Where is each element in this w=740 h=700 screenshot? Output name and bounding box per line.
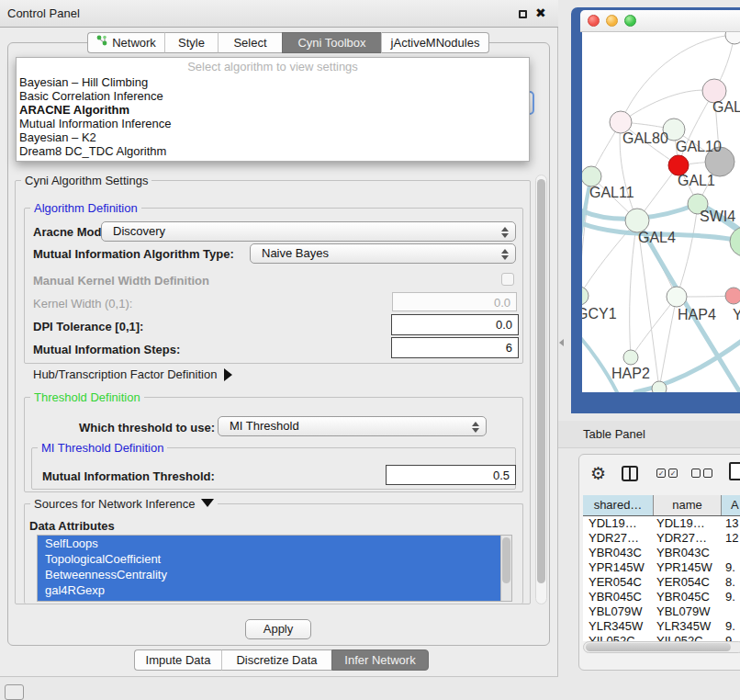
mi-type-select[interactable]: Naive Bayes [250, 243, 516, 264]
network-node-labels: GALGAL80GAL10GAL1GAL11SWI4GAL4GCY1HAP4YH… [582, 99, 740, 381]
minimize-traffic-light-icon[interactable] [606, 15, 618, 27]
manual-kernel-checkbox[interactable] [501, 273, 514, 286]
stepper-arrows-icon [501, 226, 508, 239]
algorithm-option[interactable]: Basic Correlation Inference [17, 89, 529, 103]
tab-infer-network[interactable]: Infer Network [331, 649, 429, 671]
tab-style[interactable]: Style [164, 32, 218, 53]
table-cell: 9. [722, 560, 740, 575]
column-header-name[interactable]: name [654, 495, 722, 515]
settings-scrollbar[interactable] [535, 175, 547, 604]
manual-kernel-label: Manual Kernel Width Definition [33, 274, 209, 288]
network-node[interactable] [652, 381, 667, 392]
data-attributes-list[interactable]: SelfLoopsTopologicalCoefficientBetweenne… [37, 535, 512, 602]
column-header-shared…[interactable]: shared… [583, 495, 654, 515]
which-threshold-select[interactable]: MI Threshold [218, 416, 487, 436]
table-cell: YLR345W [654, 619, 722, 634]
apply-button[interactable]: Apply [245, 619, 311, 639]
algorithm-option[interactable]: Bayesian – K2 [17, 130, 529, 144]
select-all-icon[interactable]: ✓ [656, 469, 666, 478]
node-label: GAL4 [638, 230, 676, 245]
table-row[interactable]: YBR045CYBR045C9. [583, 590, 740, 604]
column-header-A[interactable]: A [722, 495, 740, 515]
deselect-all-icon[interactable] [691, 469, 701, 478]
tab-discretize-data[interactable]: Discretize Data [221, 649, 331, 671]
collapsed-panel-icon[interactable] [5, 684, 24, 700]
table-cell: 9 [722, 634, 740, 641]
algorithm-option[interactable]: Bayesian – Hill Climbing [17, 75, 529, 89]
attribute-list-item[interactable]: TopologicalCoefficient [38, 551, 501, 567]
cyni-bottom-tabbar: Impute DataDiscretize DataInfer Network [134, 649, 429, 671]
node-label: GAL1 [678, 173, 715, 188]
tab-network[interactable]: Network [87, 32, 164, 53]
panel-divider-handle[interactable] [559, 339, 564, 346]
table-cell: YER054C [654, 575, 722, 590]
deselect-all-icon[interactable] [703, 469, 712, 478]
tab-jactivemnodules[interactable]: jActiveMNodules [381, 32, 489, 53]
dpi-tolerance-field[interactable]: 0.0 [391, 314, 519, 335]
dpi-tolerance-label: DPI Tolerance [0,1]: [33, 320, 143, 333]
tab-label: Network [112, 33, 156, 52]
panel-title: Control Panel [7, 0, 80, 28]
attribute-list-item[interactable]: gal4RGexp [38, 582, 501, 598]
network-node[interactable] [725, 32, 740, 44]
network-canvas[interactable]: GALGAL80GAL10GAL1GAL11SWI4GAL4GCY1HAP4YH… [582, 32, 740, 392]
network-node-hap2[interactable] [623, 350, 638, 365]
threshold-definition-title: Threshold Definition [30, 390, 144, 404]
network-node-gal11[interactable] [582, 166, 601, 186]
node-label: GAL [712, 99, 740, 115]
sources-collapser[interactable]: Sources for Network Inference [30, 497, 218, 511]
table-row[interactable]: YBR043CYBR043C [583, 546, 740, 560]
close-icon[interactable]: ✖ [535, 6, 546, 20]
table-row[interactable]: YIL052CYIL052C9 [583, 634, 740, 641]
table-hscrollbar-thumb[interactable] [586, 643, 731, 651]
kernel-width-field[interactable]: 0.0 [392, 292, 517, 311]
collapse-down-icon [201, 499, 214, 507]
close-traffic-light-icon[interactable] [588, 15, 600, 27]
mi-threshold-label: Mutual Information Threshold: [42, 469, 215, 483]
mi-steps-field[interactable]: 6 [391, 337, 519, 358]
control-panel-titlebar: Control Panel ✖ [0, 0, 558, 28]
gear-icon[interactable]: ⚙ [590, 463, 606, 484]
network-node-gcy1[interactable] [582, 287, 589, 305]
network-node-hap4[interactable] [667, 287, 687, 307]
table-row[interactable]: YLR345WYLR345W9. [583, 619, 740, 634]
table-row[interactable]: YER054CYER054C8. [583, 575, 740, 590]
tab-impute-data[interactable]: Impute Data [134, 649, 221, 671]
table-body: YDL19…YDL19…13YDR27…YDR27…12YBR043CYBR04… [583, 516, 740, 641]
hub-definition-label: Hub/Transcription Factor Definition [33, 367, 217, 381]
cyni-settings-title: Cyni Algorithm Settings [21, 174, 151, 187]
table-row[interactable]: YBL079WYBL079W [583, 604, 740, 619]
table-row[interactable]: YDL19…YDL19…13 [583, 516, 740, 531]
hub-definition-expander[interactable]: Hub/Transcription Factor Definition [33, 367, 232, 381]
algorithm-option[interactable]: ARACNE Algorithm [17, 103, 529, 117]
list-scrollbar-thumb[interactable] [502, 537, 510, 583]
table-cell: 8. [722, 575, 740, 590]
algorithm-option[interactable]: Dream8 DC_TDC Algorithm [17, 144, 529, 158]
table-hscrollbar[interactable] [583, 641, 740, 653]
table-row[interactable]: YDR27…YDR27…12 [583, 531, 740, 546]
float-window-icon[interactable] [519, 10, 527, 18]
attribute-list-item[interactable]: SelfLoops [38, 536, 501, 551]
control-panel: Control Panel ✖ NetworkStyleSelectCyni T… [0, 0, 558, 677]
zoom-traffic-light-icon[interactable] [624, 15, 636, 27]
network-node[interactable] [730, 227, 740, 256]
algorithm-option[interactable]: Mutual Information Inference [17, 117, 529, 130]
mi-threshold-field[interactable]: 0.5 [386, 465, 516, 485]
node-label: GAL80 [622, 130, 668, 146]
tab-cyni-toolbox[interactable]: Cyni Toolbox [282, 32, 381, 53]
attribute-list-item[interactable]: BetweennessCentrality [38, 567, 501, 582]
which-threshold-label: Which threshold to use: [79, 421, 215, 435]
network-node-y[interactable] [725, 288, 740, 304]
aracne-mode-select[interactable]: Discovery [101, 221, 516, 242]
list-scrollbar[interactable] [500, 536, 511, 602]
stepper-arrows-icon [472, 421, 478, 434]
tab-select[interactable]: Select [218, 32, 282, 53]
network-view-window: GALGAL80GAL10GAL1GAL11SWI4GAL4GCY1HAP4YH… [571, 7, 740, 413]
select-all-icon[interactable]: ✓ [668, 469, 678, 478]
node-table: shared…nameA YDL19…YDL19…13YDR27…YDR27…1… [583, 495, 740, 641]
table-cell: YDL19… [583, 516, 654, 531]
table-row[interactable]: YPR145WYPR145W9. [583, 560, 740, 575]
file-icon[interactable] [729, 462, 740, 480]
settings-scrollbar-thumb[interactable] [537, 179, 545, 583]
split-columns-icon[interactable] [622, 466, 638, 481]
